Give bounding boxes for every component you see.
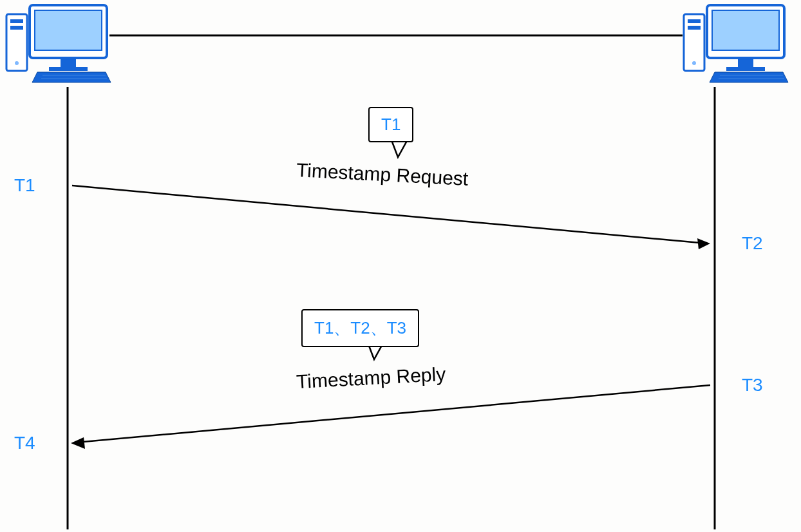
svg-point-12 [15,61,19,65]
svg-line-3 [72,185,707,243]
svg-rect-21 [688,26,701,30]
computer-left-icon [4,3,113,88]
svg-rect-10 [10,19,23,23]
svg-rect-16 [49,67,88,71]
svg-line-5 [76,385,710,442]
marker-t4: T4 [14,433,35,453]
marker-t2: T2 [742,233,763,254]
svg-rect-15 [61,58,76,67]
bubble-request: T1 [368,107,413,142]
marker-t3: T3 [742,375,763,395]
svg-rect-25 [738,58,753,67]
svg-rect-11 [10,26,23,30]
svg-rect-24 [712,10,779,50]
svg-rect-26 [726,67,765,71]
svg-rect-20 [688,19,701,23]
svg-point-22 [692,61,696,65]
computer-right-icon [681,3,791,88]
svg-marker-6 [71,437,85,449]
svg-marker-4 [697,238,710,249]
svg-rect-14 [35,10,102,50]
marker-t1: T1 [14,175,35,196]
bubble-reply: T1、T2、T3 [301,309,419,347]
diagram-canvas: T1 T2 T3 T4 T1 Timestamp Request T1、T2、T… [0,0,801,532]
